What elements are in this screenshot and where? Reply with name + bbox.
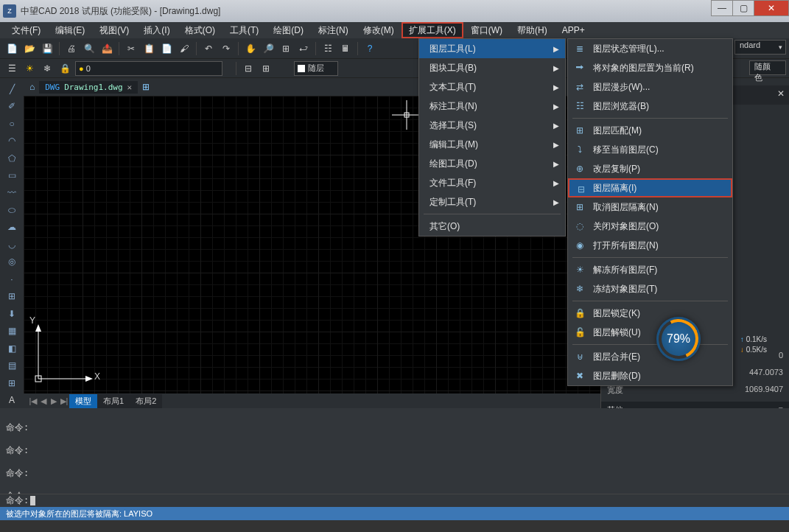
menu-block-tools[interactable]: 图块工具(B)▶ — [419, 58, 565, 77]
copy-icon[interactable]: 📋 — [141, 41, 156, 56]
layout-prev-icon[interactable]: ◀ — [38, 396, 49, 406]
iso-icon[interactable]: ⊟ — [241, 61, 256, 76]
layer-mgr-icon[interactable]: ☰ — [4, 61, 19, 76]
panel-close-icon[interactable]: ✕ — [777, 88, 785, 99]
block-icon[interactable]: ⊞ — [3, 289, 21, 304]
menu-file[interactable]: 文件(F) — [4, 22, 48, 38]
rect-icon[interactable]: ▭ — [3, 167, 21, 183]
sm-freeze-obj[interactable]: ❄冻结对象图层(T) — [568, 279, 732, 298]
table-icon[interactable]: ⊞ — [3, 375, 21, 391]
sm-layer-isolate[interactable]: ⊟图层隔离(I) — [568, 178, 732, 197]
sm-lock[interactable]: 🔒图层锁定(K) — [568, 304, 732, 323]
maximize-button[interactable]: ▢ — [732, 0, 754, 16]
menu-dim[interactable]: 标注(N) — [311, 22, 356, 38]
close-button[interactable]: ✕ — [754, 0, 789, 16]
layout-last-icon[interactable]: ▶| — [59, 396, 69, 406]
match-icon[interactable]: 🖌 — [177, 41, 192, 56]
insert-icon[interactable]: ⬇ — [3, 306, 21, 321]
doc-tab-drawing1[interactable]: DWG Drawing1.dwg ✕ — [39, 81, 138, 94]
sm-open-all[interactable]: ◉打开所有图层(N) — [568, 236, 732, 255]
sm-layer-browser[interactable]: ☷图层浏览器(B) — [568, 97, 732, 116]
redo-icon[interactable]: ↷ — [219, 41, 234, 56]
publish-icon[interactable]: 📤 — [99, 41, 114, 56]
paste-icon[interactable]: 📄 — [159, 41, 174, 56]
layer-lock-icon[interactable]: 🔒 — [57, 61, 72, 76]
circle-icon[interactable]: ○ — [3, 116, 21, 131]
menu-view[interactable]: 视图(V) — [92, 22, 136, 38]
menu-edit-tools[interactable]: 编辑工具(M)▶ — [419, 135, 565, 154]
home-icon[interactable]: ⌂ — [29, 82, 35, 92]
menu-edit[interactable]: 编辑(E) — [48, 22, 92, 38]
cut-icon[interactable]: ✂ — [124, 41, 138, 56]
pan-icon[interactable]: ✋ — [243, 41, 258, 56]
zoom-win-icon[interactable]: ⊞ — [278, 41, 293, 56]
calc-icon[interactable]: 🖩 — [338, 41, 353, 56]
help-icon[interactable]: ? — [362, 41, 377, 56]
iso2-icon[interactable]: ⊞ — [259, 61, 273, 76]
menu-layer-tools[interactable]: 图层工具(L)▶ — [419, 39, 565, 58]
open-icon[interactable]: 📂 — [22, 41, 37, 56]
sm-change-copy[interactable]: ⊕改层复制(P) — [568, 159, 732, 178]
arc-icon[interactable]: ◠ — [3, 133, 21, 148]
spline-icon[interactable]: 〰 — [3, 185, 21, 200]
polygon-icon[interactable]: ⬠ — [3, 150, 21, 166]
bycolor-combo[interactable]: 随颜色 — [749, 60, 786, 75]
menu-select-tools[interactable]: 选择工具(S)▶ — [419, 116, 565, 135]
point-icon[interactable]: · — [3, 271, 21, 287]
layout-next-icon[interactable]: ▶ — [49, 396, 59, 406]
menu-text-tools[interactable]: 文本工具(T)▶ — [419, 77, 565, 97]
layer-combo[interactable]: ● 0 — [75, 61, 222, 76]
zoom-prev-icon[interactable]: ⮐ — [296, 41, 311, 56]
menu-draw[interactable]: 绘图(D) — [266, 22, 311, 38]
close-tab-icon[interactable]: ✕ — [127, 83, 133, 92]
bylayer-combo[interactable]: 随层 — [294, 61, 338, 76]
text-style-combo[interactable]: ndard▾ — [734, 40, 786, 55]
cloud-icon[interactable]: ☁ — [3, 220, 21, 235]
menu-ext-tools[interactable]: 扩展工具(X) — [401, 22, 463, 38]
network-gauge[interactable]: 79% — [656, 317, 701, 361]
layout-first-icon[interactable]: |◀ — [28, 396, 38, 406]
save-icon[interactable]: 💾 — [40, 41, 55, 56]
print-icon[interactable]: 🖨 — [64, 41, 79, 56]
properties-icon[interactable]: ☷ — [320, 41, 335, 56]
line-icon[interactable]: ╱ — [3, 81, 21, 97]
menu-custom-tools[interactable]: 定制工具(T)▶ — [419, 192, 565, 211]
sm-layer-match[interactable]: ⊞图层匹配(M) — [568, 121, 732, 140]
tab-model[interactable]: 模型 — [69, 394, 97, 408]
menu-other[interactable]: 其它(O) — [419, 217, 565, 236]
ellipse-icon[interactable]: ⬭ — [3, 202, 21, 217]
region-icon[interactable]: ▤ — [3, 358, 21, 374]
menu-window[interactable]: 窗口(W) — [463, 22, 510, 38]
minimize-button[interactable]: — — [711, 0, 733, 16]
sm-cancel-isolate[interactable]: ⊞取消图层隔离(N) — [568, 197, 732, 217]
sm-move-current[interactable]: ⤵移至当前图层(C) — [568, 140, 732, 159]
layer-state-icon[interactable]: ☀ — [22, 61, 37, 76]
preview-icon[interactable]: 🔍 — [82, 41, 97, 56]
tab-layout2[interactable]: 布局2 — [130, 394, 162, 408]
menu-draw-tools[interactable]: 绘图工具(D)▶ — [419, 154, 565, 173]
sm-close-obj[interactable]: ◌关闭对象图层(O) — [568, 217, 732, 236]
menu-format[interactable]: 格式(O) — [178, 22, 222, 38]
sm-state-mgr[interactable]: ≣图层状态管理(L)... — [568, 39, 732, 58]
sm-unlock[interactable]: 🔓图层解锁(U) — [568, 323, 732, 342]
ellipse-arc-icon[interactable]: ◡ — [3, 237, 21, 252]
menu-tool[interactable]: 工具(T) — [222, 22, 266, 38]
hatch-icon[interactable]: ▦ — [3, 323, 21, 339]
menu-help[interactable]: 帮助(H) — [510, 22, 555, 38]
zoom-rt-icon[interactable]: 🔎 — [261, 41, 276, 56]
prop-other-header[interactable]: 其他▾ — [601, 402, 789, 408]
sm-set-current[interactable]: ⮕将对象的图层置为当前(R) — [568, 58, 732, 77]
polyline-icon[interactable]: ✐ — [3, 98, 21, 113]
menu-insert[interactable]: 插入(I) — [136, 22, 177, 38]
command-input-row[interactable]: 命令: — [0, 494, 789, 507]
text-icon[interactable]: A — [3, 392, 21, 407]
menu-app[interactable]: APP+ — [555, 22, 592, 38]
tab-layout1[interactable]: 布局1 — [97, 394, 130, 408]
menu-modify[interactable]: 修改(M) — [356, 22, 401, 38]
menu-file-tools[interactable]: 文件工具(F)▶ — [419, 173, 565, 192]
undo-icon[interactable]: ↶ — [201, 41, 216, 56]
sm-layer-walk[interactable]: ⇄图层漫步(W)... — [568, 77, 732, 97]
sm-merge[interactable]: ⊎图层合并(E) — [568, 347, 732, 366]
new-icon[interactable]: 📄 — [4, 41, 19, 56]
sm-thaw-all[interactable]: ☀解冻所有图层(F) — [568, 260, 732, 279]
